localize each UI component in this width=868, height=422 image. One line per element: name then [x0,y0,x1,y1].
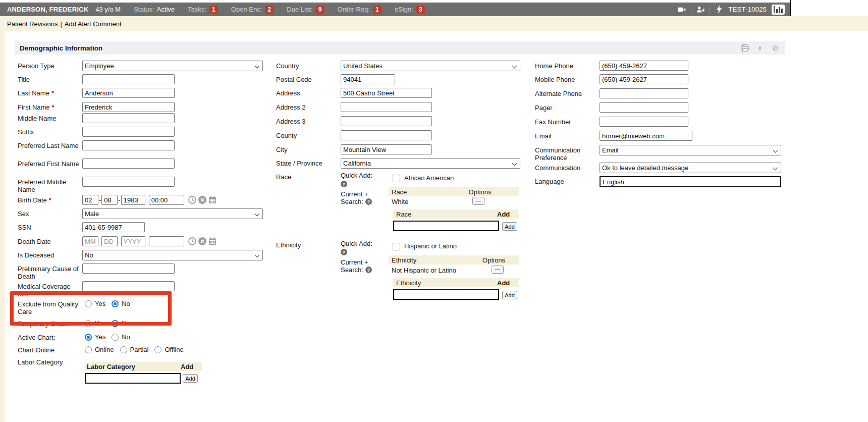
order-req-badge[interactable]: 1 [373,6,382,14]
mobile-phone-input[interactable] [600,74,688,84]
active-chart-no-radio[interactable] [112,334,119,341]
comm-pref-row: Communication Preference Email [535,145,781,162]
calendar-icon[interactable] [208,237,216,247]
birth-time-input[interactable] [149,195,184,205]
death-time-input[interactable] [149,236,184,246]
address2-input[interactable] [341,102,432,112]
esign-badge[interactable]: 3 [416,6,425,14]
birth-day-input[interactable] [101,195,118,205]
alternate-phone-input[interactable] [600,88,688,98]
temporary-chart-no-radio[interactable] [112,320,119,327]
death-year-input[interactable] [121,236,145,246]
labor-category-add-button[interactable]: Add [183,374,198,383]
medical-coverage-input[interactable] [82,281,175,291]
labor-category-add-header: Add [181,363,193,371]
race-table-row: White — [389,197,519,205]
state-select[interactable]: California [341,158,520,169]
birth-year-input[interactable] [121,195,145,205]
ethnicity-quick-add-label: Quick Add: [341,240,391,247]
ethnicity-remove-button[interactable]: — [492,266,504,274]
help-icon[interactable]: ? [365,198,372,205]
race-options-table-header: Race Options [389,187,519,196]
tasks-badge[interactable]: 1 [209,6,218,14]
bar-chart-icon[interactable] [772,5,785,15]
divider [691,6,691,14]
comm-pref-select[interactable]: Email [600,145,781,155]
pager-input[interactable] [600,102,688,113]
ssn-input[interactable] [82,222,145,232]
preferred-last-input[interactable] [82,140,175,150]
ssn-row: SSN [18,222,145,232]
country-select[interactable]: United States [341,61,520,71]
death-month-input[interactable] [82,236,98,246]
preliminary-cause-input[interactable] [82,263,175,274]
ethnicity-add-input[interactable] [393,289,499,300]
last-name-input[interactable] [82,88,175,98]
lightning-icon[interactable] [715,6,723,14]
temporary-chart-yes-radio[interactable] [85,320,92,327]
email-input[interactable] [600,131,692,141]
home-phone-input[interactable] [600,61,688,71]
preliminary-cause-row: Preliminary Cause of Death [18,263,175,280]
clear-date-icon[interactable] [198,237,206,247]
first-name-input[interactable] [82,102,175,112]
chart-online-partial-radio[interactable] [120,346,127,353]
address3-input[interactable] [341,116,432,126]
help-icon[interactable]: ? [365,267,372,273]
suffix-row: Suffix [18,127,175,137]
exclude-quality-yes-radio[interactable] [85,300,92,307]
active-chart-row: Active Chart: Yes No [18,332,136,341]
clock-icon[interactable] [188,237,196,247]
medical-coverage-label: Medical Coverage Info [18,283,71,298]
language-input[interactable] [600,176,781,187]
african-american-checkbox[interactable] [393,175,400,182]
disable-panel-icon[interactable]: ⊘ [771,44,779,52]
race-remove-button[interactable]: — [472,197,484,205]
is-deceased-select[interactable]: No [82,250,263,260]
chart-online-offline-radio[interactable] [154,346,161,353]
county-input[interactable] [341,130,432,140]
patient-revisions-link[interactable]: Patient Revisions [7,20,58,28]
collapse-double-chevron-icon[interactable]: » [756,44,764,52]
add-user-icon[interactable] [696,6,704,14]
preferred-middle-input[interactable] [82,177,175,187]
video-camera-icon[interactable] [678,6,686,14]
address-input[interactable] [341,88,432,98]
title-input[interactable] [82,74,175,84]
state-value: California [343,160,371,167]
city-input[interactable] [341,144,432,154]
middle-name-input[interactable] [82,113,175,123]
birth-month-input[interactable] [82,195,98,205]
open-enc-badge[interactable]: 2 [265,6,274,14]
help-icon[interactable]: ? [341,249,347,255]
help-icon[interactable]: ? [341,181,347,187]
race-add-input[interactable] [393,221,499,231]
calendar-icon[interactable] [208,196,216,205]
labor-category-table-header: Labor Category Add [85,362,202,371]
radio-option-label: No [122,333,130,341]
due-list-badge[interactable]: 9 [316,6,324,14]
printer-icon[interactable] [741,44,749,52]
communication-select[interactable]: Ok to leave detailed message [600,163,781,173]
race-add-button[interactable]: Add [502,222,517,231]
active-chart-yes-radio[interactable] [85,334,92,341]
suffix-input[interactable] [82,127,175,137]
death-day-input[interactable] [101,236,118,246]
fax-number-input[interactable] [600,117,688,127]
person-type-select[interactable]: Employee [82,61,263,71]
hispanic-latino-checkbox[interactable] [393,243,400,250]
postal-code-input[interactable] [341,74,395,84]
ethnicity-options-col-header: Options [472,256,515,264]
city-label: City [276,146,287,153]
clock-icon[interactable] [188,196,196,205]
add-alert-comment-link[interactable]: Add Alert Comment [65,20,122,28]
labor-category-input[interactable] [85,373,181,384]
patient-name: ANDERSON, FREDERICK [7,6,88,13]
exclude-quality-no-radio[interactable] [112,300,119,307]
sex-select[interactable]: Male [82,208,263,219]
clear-date-icon[interactable] [198,196,206,205]
ethnicity-add-button[interactable]: Add [502,291,517,299]
preferred-first-input[interactable] [82,159,175,169]
chart-online-online-radio[interactable] [85,346,92,353]
first-name-row: First Name* [18,102,175,112]
